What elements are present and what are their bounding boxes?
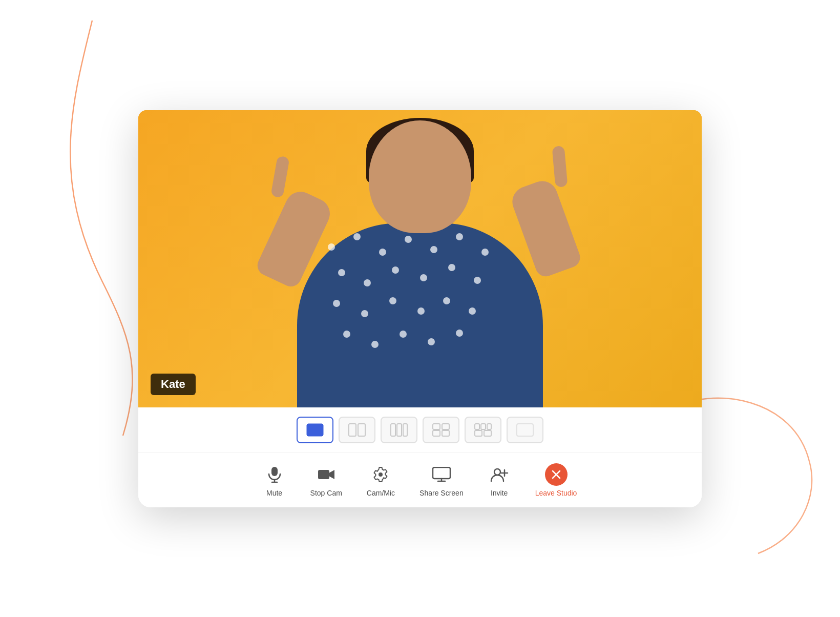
studio-window: Kate xyxy=(138,110,702,507)
svg-rect-20 xyxy=(318,470,329,479)
svg-rect-12 xyxy=(481,424,486,429)
leave-icon xyxy=(545,463,568,486)
svg-rect-13 xyxy=(487,424,491,429)
settings-icon xyxy=(369,463,392,486)
svg-rect-9 xyxy=(433,430,440,436)
cammic-button[interactable]: Cam/Mic xyxy=(367,463,395,497)
svg-rect-4 xyxy=(391,424,395,436)
layout-5grid-btn[interactable] xyxy=(465,417,501,443)
sharescreen-label: Share Screen xyxy=(419,489,464,497)
cammic-label: Cam/Mic xyxy=(367,489,395,497)
layout-4grid-btn[interactable] xyxy=(423,417,459,443)
sharescreen-button[interactable]: Share Screen xyxy=(419,463,464,497)
svg-rect-7 xyxy=(433,424,440,429)
layout-2grid-btn[interactable] xyxy=(339,417,375,443)
add-person-icon xyxy=(488,463,511,486)
svg-rect-2 xyxy=(349,424,356,436)
invite-label: Invite xyxy=(491,489,508,497)
svg-rect-6 xyxy=(403,424,407,436)
participant-video xyxy=(246,110,594,407)
video-feed: Kate xyxy=(138,110,702,407)
svg-rect-8 xyxy=(442,424,449,429)
monitor-icon xyxy=(430,463,453,486)
layout-single-btn[interactable] xyxy=(297,417,333,443)
participant-name-badge: Kate xyxy=(151,374,196,395)
mute-label: Mute xyxy=(266,489,282,497)
stopcam-button[interactable]: Stop Cam xyxy=(310,463,342,497)
svg-rect-15 xyxy=(484,430,491,436)
svg-rect-11 xyxy=(475,424,479,429)
microphone-icon xyxy=(263,463,286,486)
svg-rect-3 xyxy=(358,424,365,436)
stopcam-label: Stop Cam xyxy=(310,489,342,497)
svg-point-24 xyxy=(494,469,500,475)
layout-selector-bar xyxy=(138,407,702,453)
layout-blank-btn[interactable] xyxy=(507,417,543,443)
mute-button[interactable]: Mute xyxy=(263,463,286,497)
layout-3grid-btn[interactable] xyxy=(381,417,417,443)
svg-rect-10 xyxy=(442,430,449,436)
svg-rect-5 xyxy=(397,424,402,436)
svg-rect-14 xyxy=(475,430,482,436)
svg-rect-16 xyxy=(517,424,533,436)
svg-rect-17 xyxy=(271,467,278,476)
invite-button[interactable]: Invite xyxy=(488,463,511,497)
svg-rect-21 xyxy=(433,467,450,479)
controls-bar: Mute Stop Cam Cam/Mic xyxy=(138,453,702,507)
camera-icon xyxy=(315,463,338,486)
leave-studio-button[interactable]: Leave Studio xyxy=(535,463,577,497)
leavestudio-label: Leave Studio xyxy=(535,489,577,497)
svg-rect-1 xyxy=(307,424,323,436)
